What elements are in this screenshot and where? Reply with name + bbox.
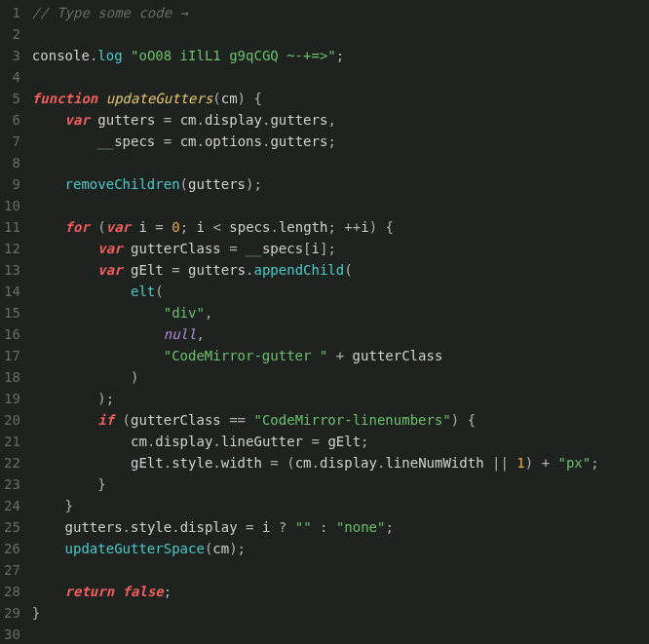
line-number: 15: [4, 302, 20, 323]
code-line[interactable]: ): [32, 366, 649, 388]
line-number: 24: [4, 495, 20, 516]
line-number: 2: [4, 23, 20, 45]
line-number: 11: [4, 216, 20, 238]
code-line[interactable]: "div",: [32, 302, 649, 323]
line-number: 26: [4, 538, 20, 559]
code-line[interactable]: }: [32, 474, 649, 495]
line-number: 7: [4, 131, 20, 152]
code-line[interactable]: elt(: [32, 281, 649, 302]
line-number: 12: [4, 238, 20, 259]
line-number: 25: [4, 516, 20, 538]
code-line[interactable]: __specs = cm.options.gutters;: [32, 131, 649, 152]
line-number: 18: [4, 366, 20, 388]
code-line[interactable]: gutters.style.display = i ? "" : "none";: [32, 516, 649, 538]
line-number: 30: [4, 624, 20, 644]
line-number: 4: [4, 66, 20, 88]
code-line[interactable]: [32, 624, 649, 644]
line-number: 6: [4, 109, 20, 131]
line-number: 16: [4, 323, 20, 345]
code-line[interactable]: [32, 559, 649, 581]
code-line[interactable]: var gutterClass = __specs[i];: [32, 238, 649, 259]
line-number: 20: [4, 409, 20, 431]
code-line[interactable]: }: [32, 602, 649, 624]
code-line[interactable]: removeChildren(gutters);: [32, 173, 649, 195]
code-line[interactable]: [32, 195, 649, 216]
code-line[interactable]: );: [32, 388, 649, 409]
line-number: 28: [4, 581, 20, 602]
code-area[interactable]: // Type some code →console.log "oO08 iIl…: [28, 0, 649, 644]
line-number-gutter: 1234567891011121314151617181920212223242…: [0, 0, 28, 644]
line-number: 27: [4, 559, 20, 581]
line-number: 17: [4, 345, 20, 366]
code-line[interactable]: var gutters = cm.display.gutters,: [32, 109, 649, 131]
code-line[interactable]: [32, 23, 649, 45]
line-number: 5: [4, 88, 20, 109]
line-number: 8: [4, 152, 20, 173]
code-line[interactable]: function updateGutters(cm) {: [32, 88, 649, 109]
code-line[interactable]: "CodeMirror-gutter " + gutterClass: [32, 345, 649, 366]
line-number: 23: [4, 474, 20, 495]
code-line[interactable]: gElt.style.width = (cm.display.lineNumWi…: [32, 452, 649, 474]
code-line[interactable]: }: [32, 495, 649, 516]
line-number: 19: [4, 388, 20, 409]
line-number: 29: [4, 602, 20, 624]
code-line[interactable]: console.log "oO08 iIlL1 g9qCGQ ~-+=>";: [32, 45, 649, 66]
line-number: 9: [4, 173, 20, 195]
line-number: 1: [4, 2, 20, 23]
line-number: 3: [4, 45, 20, 66]
code-line[interactable]: updateGutterSpace(cm);: [32, 538, 649, 559]
code-line[interactable]: // Type some code →: [32, 2, 649, 23]
code-line[interactable]: var gElt = gutters.appendChild(: [32, 259, 649, 281]
code-line[interactable]: null,: [32, 323, 649, 345]
code-line[interactable]: cm.display.lineGutter = gElt;: [32, 431, 649, 452]
code-line[interactable]: for (var i = 0; i < specs.length; ++i) {: [32, 216, 649, 238]
code-line[interactable]: return false;: [32, 581, 649, 602]
line-number: 10: [4, 195, 20, 216]
code-line[interactable]: [32, 66, 649, 88]
line-number: 21: [4, 431, 20, 452]
line-number: 22: [4, 452, 20, 474]
line-number: 14: [4, 281, 20, 302]
code-line[interactable]: if (gutterClass == "CodeMirror-linenumbe…: [32, 409, 649, 431]
code-editor[interactable]: 1234567891011121314151617181920212223242…: [0, 0, 649, 644]
code-line[interactable]: [32, 152, 649, 173]
line-number: 13: [4, 259, 20, 281]
